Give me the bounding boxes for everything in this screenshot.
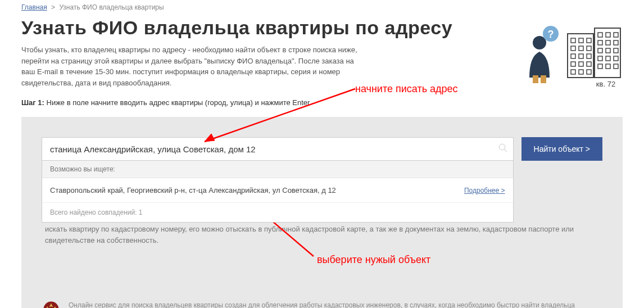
result-more-link[interactable]: Подробнее >: [464, 187, 505, 194]
svg-rect-5: [571, 38, 575, 43]
info-paragraph: искать квартиру по кадастровому номеру, …: [42, 224, 602, 246]
search-panel: Возможно вы ищете: Ставропольский край, …: [21, 117, 623, 285]
svg-rect-6: [579, 38, 583, 43]
svg-rect-20: [598, 33, 602, 37]
svg-rect-28: [614, 48, 618, 53]
svg-rect-15: [579, 62, 583, 66]
address-search-input[interactable]: [42, 137, 514, 161]
svg-rect-18: [579, 70, 583, 74]
svg-rect-31: [614, 56, 618, 61]
step-label: Шаг 1:: [21, 98, 44, 107]
svg-rect-8: [571, 46, 575, 51]
breadcrumb-sep: >: [51, 3, 55, 11]
search-result-row[interactable]: Ставропольский край, Георгиевский р-н, с…: [42, 178, 513, 203]
svg-rect-14: [571, 62, 575, 66]
result-address: Ставропольский край, Георгиевский р-н, с…: [50, 186, 336, 194]
find-object-button[interactable]: Найти объект >: [521, 137, 602, 161]
svg-rect-21: [606, 33, 610, 37]
svg-rect-29: [598, 56, 602, 61]
breadcrumb-current: Узнать ФИО владельца квартиры: [59, 3, 164, 11]
step-1: Шаг 1: Ниже в поле начните вводить адрес…: [21, 98, 623, 107]
illustration: ? кв. 72: [516, 24, 623, 93]
footer-text: Онлайн сервис для поиска владельцев квар…: [69, 300, 602, 308]
step-text: Ниже в поле начните вводить адрес кварти…: [47, 98, 310, 107]
svg-rect-25: [614, 40, 618, 45]
svg-rect-17: [571, 70, 575, 74]
svg-rect-7: [587, 38, 591, 43]
dropdown-header: Возможно вы ищете:: [42, 161, 513, 178]
svg-rect-37: [541, 75, 546, 83]
search-suggestions-dropdown: Возможно вы ищете: Ставропольский край, …: [42, 161, 514, 223]
svg-rect-12: [579, 54, 583, 58]
dropdown-footer: Всего найдено совпадений: 1: [42, 203, 513, 222]
svg-rect-34: [614, 64, 618, 69]
svg-rect-10: [587, 46, 591, 51]
footer: Онлайн сервис для поиска владельцев квар…: [21, 285, 623, 308]
svg-rect-33: [606, 64, 610, 69]
svg-rect-11: [571, 54, 575, 58]
svg-rect-19: [587, 70, 591, 74]
svg-rect-24: [606, 40, 610, 45]
apt-label: кв. 72: [596, 80, 615, 88]
svg-rect-13: [587, 54, 591, 58]
svg-text:?: ?: [548, 29, 554, 40]
svg-rect-30: [606, 56, 610, 61]
breadcrumb-home[interactable]: Главная: [21, 3, 47, 11]
svg-rect-32: [598, 64, 602, 69]
breadcrumb: Главная > Узнать ФИО владельца квартиры: [21, 3, 623, 11]
svg-rect-26: [598, 48, 602, 53]
svg-rect-27: [606, 48, 610, 53]
page-description: Чтобы узнать, кто владелец квартиры по а…: [21, 44, 359, 88]
svg-rect-9: [579, 46, 583, 51]
svg-rect-22: [614, 33, 618, 37]
svg-rect-36: [533, 75, 538, 83]
svg-rect-23: [598, 40, 602, 45]
emblem-icon: [42, 300, 61, 308]
svg-rect-3: [568, 34, 593, 78]
svg-rect-16: [587, 62, 591, 66]
